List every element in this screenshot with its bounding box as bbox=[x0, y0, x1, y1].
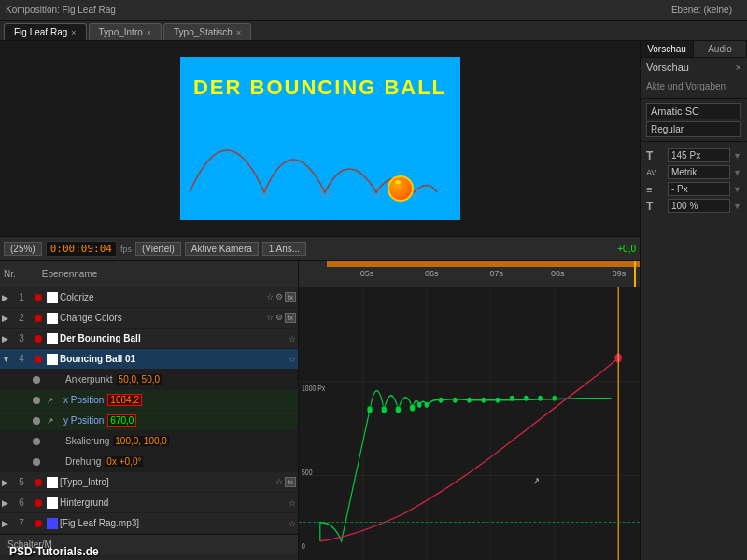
layer-row[interactable]: ▶ 5 [Typo_Intro] ☆ fx bbox=[0, 472, 298, 493]
vorschau-close[interactable]: × bbox=[736, 62, 741, 73]
layer-row[interactable]: ▶ 1 Colorize ☆ ⚙ fx bbox=[0, 287, 298, 308]
layer-solo-icon[interactable]: ☆ bbox=[289, 519, 296, 528]
svg-text:0: 0 bbox=[302, 541, 305, 551]
sub-layer-name-rotation: Drehung bbox=[58, 456, 101, 467]
layer-row[interactable]: ▶ 6 Hintergrund ☆ bbox=[0, 493, 298, 513]
expand-arrow[interactable]: ▼ bbox=[2, 355, 11, 364]
track-value[interactable]: Metrik bbox=[668, 165, 730, 179]
font-name-input[interactable] bbox=[646, 103, 741, 119]
layer-row-selected[interactable]: ▼ 4 Bouncing Ball 01 ☆ bbox=[0, 349, 298, 370]
expand-arrow[interactable]: ▶ bbox=[2, 314, 11, 323]
expand-arrow[interactable]: ▶ bbox=[2, 293, 11, 302]
layer-value-y[interactable]: 670,0 bbox=[107, 414, 136, 427]
resolution-button[interactable]: (Viertel) bbox=[135, 242, 181, 256]
layer-vis[interactable] bbox=[32, 479, 45, 486]
layer-num: 3 bbox=[11, 333, 32, 343]
camera-button[interactable]: Aktive Kamera bbox=[185, 242, 259, 256]
layer-vis[interactable] bbox=[30, 397, 43, 404]
layer-value-scale: 100,0, 100,0 bbox=[113, 436, 169, 446]
align-value[interactable]: - Px bbox=[668, 182, 730, 196]
expand-arrow[interactable]: ▶ bbox=[2, 498, 11, 508]
layer-lock-icon[interactable]: ⚙ bbox=[275, 313, 283, 323]
fx-badge[interactable]: fx bbox=[285, 477, 296, 487]
layer-sub-row-x[interactable]: ↗ x Position 1084,2 bbox=[0, 390, 298, 411]
layer-vis[interactable] bbox=[32, 335, 45, 343]
layer-vis[interactable] bbox=[32, 294, 45, 301]
sub-layer-name-scale: Skalierung bbox=[58, 436, 109, 446]
left-panel: DER BOUNCING BALL (25%) 0:00:09:04 bbox=[0, 41, 640, 560]
layer-lock-icon[interactable]: ⚙ bbox=[275, 292, 283, 302]
layer-num: 6 bbox=[11, 497, 32, 508]
layer-row[interactable]: ▶ 3 Der Bouncing Ball ☆ bbox=[0, 329, 298, 349]
preview-canvas: DER BOUNCING BALL bbox=[180, 57, 460, 220]
layer-list-header: Nr. Ebenenname bbox=[0, 261, 298, 287]
expand-arrow[interactable]: ▶ bbox=[2, 334, 11, 343]
timeline-area: Nr. Ebenenname ▶ 1 Colorize ☆ ⚙ fx bbox=[0, 261, 640, 560]
layer-num: 1 bbox=[11, 292, 32, 302]
svg-point-22 bbox=[467, 398, 472, 403]
layer-solo-icon[interactable]: ☆ bbox=[266, 313, 274, 323]
svg-point-28 bbox=[552, 396, 557, 401]
layer-vis[interactable] bbox=[32, 520, 45, 527]
plus-value: +0,0 bbox=[617, 244, 636, 254]
scale-value[interactable]: 100 % bbox=[668, 199, 730, 213]
layer-row[interactable]: ▶ 2 Change Colors ☆ ⚙ fx bbox=[0, 308, 298, 329]
align-dropdown[interactable]: ▼ bbox=[733, 185, 741, 194]
vorschau-section: Vorschau × bbox=[641, 58, 747, 77]
layer-color bbox=[47, 518, 58, 529]
fx-badge[interactable]: fx bbox=[285, 313, 296, 323]
view-button[interactable]: 1 Ans... bbox=[262, 242, 306, 256]
timecode-display[interactable]: 0:00:09:04 bbox=[46, 241, 117, 257]
layer-sub-row-rotation[interactable]: Drehung 0x +0,0° bbox=[0, 452, 298, 472]
svg-point-19 bbox=[425, 402, 430, 408]
tab-typo-statisch[interactable]: Typo_Statisch × bbox=[163, 23, 251, 40]
curve-icon: ↗ bbox=[47, 396, 54, 405]
svg-point-25 bbox=[510, 396, 514, 401]
layer-vis[interactable] bbox=[30, 417, 43, 425]
layer-icons: ☆ bbox=[289, 498, 296, 508]
layer-num: 2 bbox=[11, 313, 32, 323]
expand-arrow[interactable]: ▶ bbox=[2, 519, 11, 528]
font-style-input[interactable] bbox=[646, 121, 741, 137]
scale-dropdown[interactable]: ▼ bbox=[733, 202, 741, 211]
track-dropdown[interactable]: ▼ bbox=[733, 168, 741, 177]
main-layout: DER BOUNCING BALL (25%) 0:00:09:04 bbox=[0, 41, 747, 560]
layer-row[interactable]: ▶ 7 [Fig Leaf Rag.mp3] ☆ bbox=[0, 513, 298, 534]
layer-vis[interactable] bbox=[30, 458, 43, 466]
layer-name: Bouncing Ball 01 bbox=[60, 354, 287, 364]
layer-vis[interactable] bbox=[32, 315, 45, 322]
tab-close-typo-statisch[interactable]: × bbox=[236, 28, 241, 37]
size-dropdown[interactable]: ▼ bbox=[733, 151, 741, 161]
layer-solo-icon[interactable]: ☆ bbox=[289, 334, 296, 343]
layer-vis[interactable] bbox=[30, 438, 43, 445]
layer-vis[interactable] bbox=[32, 356, 45, 363]
tab-vorschau[interactable]: Vorschau bbox=[641, 41, 694, 57]
layer-solo-icon[interactable]: ☆ bbox=[289, 498, 296, 508]
layer-vis[interactable] bbox=[32, 499, 45, 507]
svg-point-21 bbox=[453, 398, 458, 403]
layer-vis[interactable] bbox=[30, 376, 43, 384]
tab-close-typo-intro[interactable]: × bbox=[147, 28, 151, 37]
tab-fig-leaf-rag[interactable]: Fig Leaf Rag × bbox=[4, 23, 87, 40]
layer-sub-row[interactable]: Ankerpunkt 50,0, 50,0 bbox=[0, 370, 298, 390]
ebenenname-label: Ebenenname bbox=[42, 269, 98, 279]
layer-solo-icon[interactable]: ☆ bbox=[275, 477, 283, 487]
tab-audio[interactable]: Audio bbox=[694, 41, 747, 57]
svg-point-16 bbox=[395, 406, 401, 413]
layer-icons: ☆ ⚙ fx bbox=[266, 292, 296, 302]
tab-typo-intro[interactable]: Typo_Intro × bbox=[89, 23, 162, 40]
zoom-button[interactable]: (25%) bbox=[4, 242, 42, 256]
svg-point-27 bbox=[538, 396, 543, 401]
align-icon: ≡ bbox=[646, 184, 665, 195]
layer-value-x[interactable]: 1084,2 bbox=[107, 394, 142, 406]
tab-close-fig-leaf-rag[interactable]: × bbox=[71, 28, 76, 37]
graph-area[interactable]: 05s 06s 07s 08s 09s bbox=[299, 261, 640, 560]
layer-sub-row-scale[interactable]: Skalierung 100,0, 100,0 bbox=[0, 431, 298, 452]
ruler-07s: 07s bbox=[489, 269, 503, 278]
expand-arrow[interactable]: ▶ bbox=[2, 478, 11, 487]
fx-badge[interactable]: fx bbox=[285, 292, 296, 302]
size-value[interactable]: 145 Px bbox=[668, 148, 730, 162]
layer-sub-row-y[interactable]: ↗ y Position 670,0 bbox=[0, 411, 298, 431]
layer-solo-icon[interactable]: ☆ bbox=[289, 355, 296, 364]
layer-solo-icon[interactable]: ☆ bbox=[266, 292, 274, 302]
